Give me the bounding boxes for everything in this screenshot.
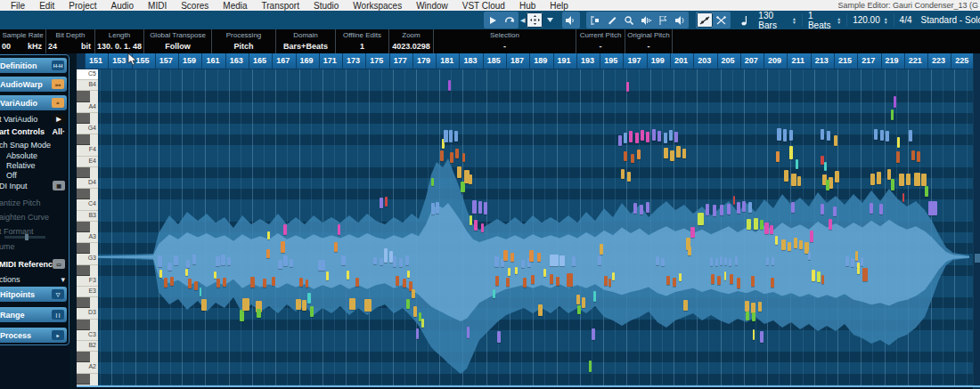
pitch-segment[interactable]	[887, 169, 891, 180]
pitch-segment[interactable]	[829, 219, 832, 230]
pitch-segment[interactable]	[214, 271, 216, 279]
range-tool-icon[interactable]	[587, 12, 603, 28]
pitch-segment[interactable]	[877, 172, 881, 184]
pitch-segment[interactable]	[656, 256, 659, 265]
ruler-bar-191[interactable]: 191	[553, 53, 576, 69]
piano-key-g3[interactable]: G3	[77, 254, 98, 264]
pitch-segment[interactable]	[857, 263, 860, 274]
pitch-segment[interactable]	[781, 239, 786, 250]
pitch-segment[interactable]	[911, 150, 915, 160]
pitch-segment[interactable]	[799, 240, 803, 249]
pitch-segment[interactable]	[608, 279, 611, 287]
menu-item-help[interactable]: Help	[543, 1, 576, 11]
pitch-segment[interactable]	[775, 236, 778, 245]
pitch-segment[interactable]	[835, 171, 839, 182]
pitch-segment[interactable]	[771, 278, 774, 288]
pitch-segment[interactable]	[384, 248, 388, 263]
piano-key-a4[interactable]: A4	[77, 102, 98, 113]
pitch-segment[interactable]	[834, 135, 837, 146]
pitch-segment[interactable]	[747, 219, 751, 230]
pitch-segment[interactable]	[629, 131, 633, 142]
autoscroll-dropdown-icon[interactable]	[544, 12, 555, 28]
pitch-segment[interactable]	[673, 278, 676, 287]
pitch-segment[interactable]	[788, 242, 791, 251]
autoscroll-icon[interactable]	[527, 12, 543, 28]
scrollbar-marker[interactable]	[975, 254, 980, 263]
ruler-bar-223[interactable]: 223	[927, 53, 951, 69]
sidebar-item-process-icon[interactable]: ▸	[52, 330, 64, 340]
pitch-segment[interactable]	[393, 256, 396, 267]
piano-key-c5[interactable]: C5	[77, 69, 98, 80]
piano-key-cs3[interactable]	[77, 320, 90, 330]
pitch-segment[interactable]	[821, 275, 824, 284]
pitch-grid[interactable]	[98, 69, 973, 385]
piano-key-g4[interactable]: G4	[77, 124, 98, 134]
pitch-segment[interactable]	[604, 276, 608, 286]
timeline-ruler[interactable]: 1511531551571591611631651671691711731751…	[85, 53, 973, 69]
pitch-segment[interactable]	[267, 231, 270, 239]
pitch-segment[interactable]	[676, 146, 681, 158]
pitch-segment[interactable]	[821, 204, 824, 215]
pitch-segment[interactable]	[682, 149, 686, 158]
pitch-segment[interactable]	[474, 220, 478, 231]
pitch-segment[interactable]	[326, 271, 329, 280]
ruler-bar-213[interactable]: 213	[811, 53, 834, 69]
loop-icon[interactable]	[502, 12, 518, 28]
pitch-segment[interactable]	[257, 309, 261, 318]
ruler-bar-197[interactable]: 197	[623, 53, 646, 69]
pitch-segment[interactable]	[621, 169, 625, 179]
pitch-segment[interactable]	[589, 361, 592, 372]
pitch-segment[interactable]	[242, 298, 249, 311]
pitch-segment[interactable]	[861, 257, 863, 266]
pitch-segment[interactable]	[523, 278, 527, 288]
piano-key-c3[interactable]: C3	[77, 330, 98, 341]
pitch-segment[interactable]	[627, 172, 631, 182]
pitch-segment[interactable]	[797, 176, 801, 186]
pitch-segment[interactable]	[306, 280, 308, 288]
pitch-segment[interactable]	[870, 174, 875, 185]
pitch-segment[interactable]	[470, 215, 472, 225]
pitch-segment[interactable]	[431, 178, 434, 186]
tempo-field[interactable]: 120.00 ▲▼	[849, 12, 892, 28]
ruler-bar-221[interactable]: 221	[904, 53, 927, 69]
pitch-segment[interactable]	[646, 132, 649, 142]
ruler-bar-161[interactable]: 161	[201, 53, 225, 69]
pitch-segment[interactable]	[742, 201, 746, 212]
pitch-segment[interactable]	[416, 328, 419, 339]
ruler-bar-151[interactable]: 151	[85, 53, 108, 69]
sidebar-item-audiowarp-icon[interactable]: »»	[52, 79, 64, 89]
pitch-segment[interactable]	[698, 213, 704, 225]
pitch-segment[interactable]	[598, 255, 601, 265]
pitch-segment[interactable]	[670, 150, 674, 161]
pitch-segment[interactable]	[457, 166, 461, 178]
pitch-segment[interactable]	[550, 274, 553, 284]
menu-item-media[interactable]: Media	[216, 1, 254, 11]
pitch-segment[interactable]	[724, 271, 726, 280]
pitch-segment[interactable]	[472, 200, 477, 214]
piano-key-b3[interactable]: B3	[77, 211, 98, 222]
pitch-segment[interactable]	[879, 204, 883, 215]
pitch-segment[interactable]	[624, 151, 627, 161]
pitch-segment[interactable]	[808, 252, 811, 260]
pitch-segment[interactable]	[710, 257, 713, 266]
menu-item-edit[interactable]: Edit	[32, 1, 61, 11]
piano-key-a3[interactable]: A3	[77, 232, 98, 243]
pitch-segment[interactable]	[796, 159, 798, 169]
pitch-segment[interactable]	[431, 203, 435, 215]
pitch-segment[interactable]	[914, 173, 920, 186]
pitch-segment[interactable]	[467, 327, 470, 338]
sidebar-item-art-controls[interactable]: art ControlsAll·	[0, 126, 65, 137]
piano-key-ds4[interactable]	[77, 167, 90, 178]
pitch-segment[interactable]	[380, 258, 383, 265]
piano-key-as3[interactable]	[77, 222, 90, 232]
pitch-segment[interactable]	[791, 174, 796, 186]
sidebar-item-definition[interactable]: DefinitionH-H	[0, 58, 67, 73]
ruler-bar-177[interactable]: 177	[389, 53, 412, 69]
pitch-segment[interactable]	[299, 278, 303, 287]
pitch-segment[interactable]	[454, 131, 458, 142]
pitch-segment[interactable]	[494, 256, 499, 267]
ruler-bar-175[interactable]: 175	[365, 53, 388, 69]
piano-key-e3[interactable]: E3	[77, 287, 98, 297]
play-tool-icon[interactable]	[672, 12, 688, 28]
pitch-segment[interactable]	[412, 289, 415, 298]
